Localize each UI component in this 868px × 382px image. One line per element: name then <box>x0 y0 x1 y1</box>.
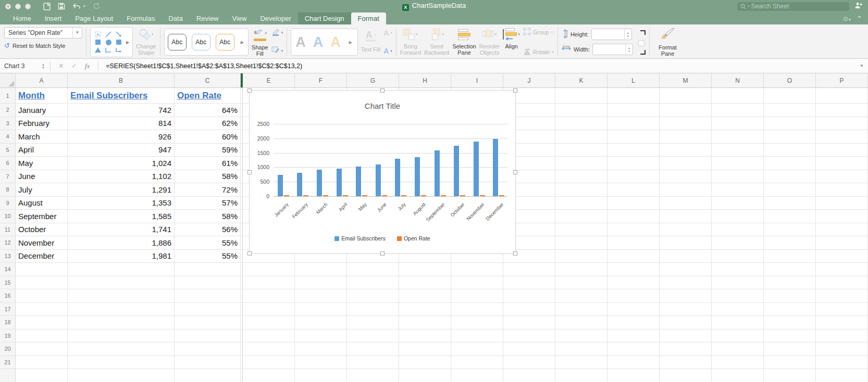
cell-F21[interactable] <box>295 356 347 369</box>
close-window-button[interactable] <box>5 4 11 9</box>
cell-M4[interactable] <box>660 130 712 143</box>
cell-L7[interactable] <box>607 170 660 183</box>
cell-M5[interactable] <box>660 144 712 157</box>
cell-B8[interactable]: 1,291 <box>68 183 175 196</box>
chart-resize-handle-w[interactable] <box>247 170 252 174</box>
cell-A6[interactable]: May <box>16 157 68 170</box>
cell-N18[interactable] <box>712 316 764 329</box>
row-header-11[interactable]: 11 <box>0 223 16 236</box>
cell-C16[interactable] <box>175 289 241 302</box>
cell-C9[interactable]: 57% <box>175 197 241 210</box>
cell-A10[interactable]: September <box>16 210 68 223</box>
cell-K7[interactable] <box>555 170 607 183</box>
row-header-13[interactable]: 13 <box>0 250 16 263</box>
cell-O9[interactable] <box>764 197 816 210</box>
bar-open-rate-march[interactable] <box>323 195 328 196</box>
search-input[interactable]: ▾ Search Sheet <box>737 2 849 11</box>
cell-H15[interactable] <box>399 276 451 289</box>
cell-P9[interactable] <box>816 197 868 210</box>
cell-M18[interactable] <box>660 316 712 329</box>
cell-C5[interactable]: 59% <box>175 144 241 157</box>
bar-open-rate-november[interactable] <box>480 195 485 196</box>
insert-function-icon[interactable]: fx <box>81 62 94 70</box>
cell-O4[interactable] <box>764 130 816 143</box>
cell-O8[interactable] <box>764 183 816 196</box>
column-header-M[interactable]: M <box>660 73 712 87</box>
cell-N4[interactable] <box>712 130 764 143</box>
cell-P19[interactable] <box>816 329 868 342</box>
share-person-add-icon[interactable] <box>854 2 863 11</box>
bar-open-rate-april[interactable] <box>343 195 348 196</box>
cell-C1[interactable]: Open Rate <box>175 88 241 103</box>
cell-O11[interactable] <box>764 223 816 236</box>
cell-A14[interactable] <box>16 263 68 276</box>
cell-P10[interactable] <box>816 210 868 223</box>
cell-A21[interactable] <box>16 356 68 369</box>
cell-M12[interactable] <box>660 236 712 249</box>
cell-O15[interactable] <box>764 276 816 289</box>
cell-M15[interactable] <box>660 276 712 289</box>
bar-open-rate-august[interactable] <box>421 195 426 196</box>
cell-N3[interactable] <box>712 117 764 130</box>
cell-O19[interactable] <box>764 329 816 342</box>
cell-M13[interactable] <box>660 250 712 263</box>
cell-I18[interactable] <box>451 316 503 329</box>
cell-N2[interactable] <box>712 104 764 117</box>
cell-N10[interactable] <box>712 210 764 223</box>
collapse-ribbon-icon[interactable]: ⌃ <box>857 15 862 22</box>
row-header-3[interactable]: 3 <box>0 117 16 130</box>
cell-N11[interactable] <box>712 223 764 236</box>
bar-open-rate-july[interactable] <box>401 195 406 196</box>
cell-L15[interactable] <box>607 276 660 289</box>
expand-formula-bar-icon[interactable]: ▼ <box>860 63 864 68</box>
cell-O20[interactable] <box>764 342 816 355</box>
cell-K16[interactable] <box>555 289 607 302</box>
bar-open-rate-december[interactable] <box>499 195 504 196</box>
chart-resize-handle-n[interactable] <box>380 88 385 93</box>
cell-I19[interactable] <box>451 329 503 342</box>
cell-P21[interactable] <box>816 356 868 369</box>
bar-email-subscribers-september[interactable] <box>435 150 440 196</box>
tab-view[interactable]: View <box>226 12 254 24</box>
minimize-window-button[interactable] <box>15 4 21 9</box>
cell-O17[interactable] <box>764 303 816 316</box>
cell-E20[interactable] <box>243 342 295 355</box>
cell-P3[interactable] <box>816 117 868 130</box>
cell-F14[interactable] <box>295 263 347 276</box>
cell-P15[interactable] <box>816 276 868 289</box>
cell-A9[interactable]: August <box>16 197 68 210</box>
undo-dropdown-icon[interactable]: ▾ <box>83 4 85 8</box>
cell-L8[interactable] <box>607 183 660 196</box>
line-shape-icon[interactable] <box>105 31 111 37</box>
bar-email-subscribers-august[interactable] <box>415 157 420 196</box>
cell-N20[interactable] <box>712 342 764 355</box>
cell-A2[interactable]: January <box>16 104 68 117</box>
cell-K2[interactable] <box>555 104 607 117</box>
shape-outline-button[interactable]: ▾ <box>271 29 283 37</box>
cell-B15[interactable] <box>68 276 175 289</box>
chart-resize-handle-nw[interactable] <box>247 88 252 93</box>
cell-P1[interactable] <box>816 88 868 103</box>
cell-K13[interactable] <box>555 250 607 263</box>
cell-K18[interactable] <box>555 316 607 329</box>
redo-icon[interactable] <box>93 3 100 10</box>
cell-P7[interactable] <box>816 170 868 183</box>
chart-resize-handle-sw[interactable] <box>247 251 252 256</box>
cell-C19[interactable] <box>175 329 241 342</box>
tab-page-layout[interactable]: Page Layout <box>68 12 120 24</box>
cell-O14[interactable] <box>764 263 816 276</box>
shape-styles-gallery[interactable]: Abc Abc Abc ▶ <box>164 29 249 56</box>
row-header-14[interactable]: 14 <box>0 263 16 276</box>
cell-N8[interactable] <box>712 183 764 196</box>
cell-M9[interactable] <box>660 197 712 210</box>
cell-L10[interactable] <box>607 210 660 223</box>
shape-fill-button[interactable]: ▾ Shape Fill <box>252 27 268 57</box>
cell-C8[interactable]: 72% <box>175 183 241 196</box>
column-header-J[interactable]: J <box>503 73 555 87</box>
cell-C10[interactable]: 58% <box>175 210 241 223</box>
undo-icon[interactable] <box>72 3 81 10</box>
cell-Jx[interactable] <box>503 369 555 382</box>
cell-P5[interactable] <box>816 144 868 157</box>
cell-B13[interactable]: 1,981 <box>68 250 175 263</box>
cell-L21[interactable] <box>607 356 660 369</box>
